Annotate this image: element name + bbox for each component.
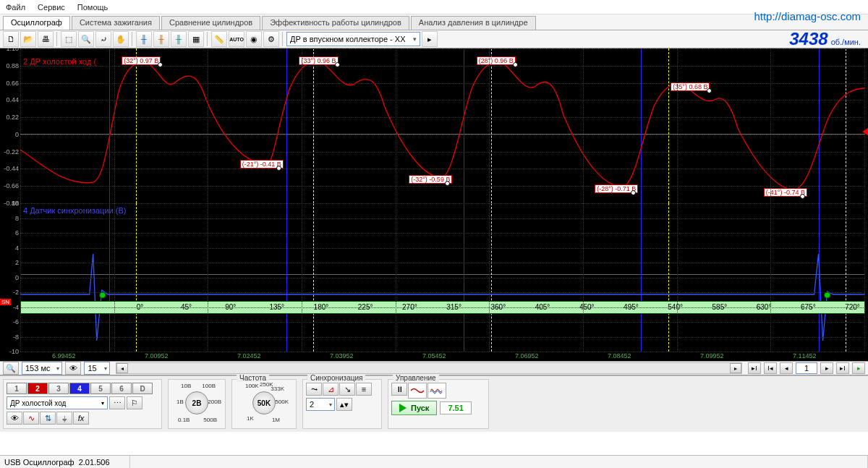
peak-label: (32°) 0.97 В xyxy=(122,56,161,65)
play-icon xyxy=(399,404,407,412)
preset-combo[interactable]: ДР в впускном коллекторе - ХХ xyxy=(286,32,420,46)
zoom-in-button[interactable]: 🔍 xyxy=(78,31,94,47)
y-tick: -0.44 xyxy=(0,165,19,172)
measure-c-button[interactable]: ╫ xyxy=(171,31,187,47)
hand-button[interactable]: ✋ xyxy=(113,31,129,47)
nav-next-button[interactable]: ▸ xyxy=(820,362,833,374)
mode-single-icon[interactable] xyxy=(408,383,427,399)
open-button[interactable] xyxy=(20,31,36,47)
y-tick: -2 xyxy=(0,289,19,296)
chart-area[interactable]: 2 ДР холостой ход ( 1.100.880.660.440.22… xyxy=(0,48,868,361)
settings-button[interactable]: ⚙ xyxy=(263,31,279,47)
sync-up-button[interactable]: ▴▾ xyxy=(336,398,352,411)
nav-first-button[interactable]: ▸I xyxy=(748,362,761,374)
scroll-left-button[interactable]: ◂ xyxy=(116,363,128,373)
fx-button[interactable]: fx xyxy=(73,412,89,425)
channel-2-label: 2 ДР холостой ход ( xyxy=(23,57,96,66)
ch6-button[interactable]: 6 xyxy=(111,383,132,394)
run-status-value: 7.51 xyxy=(440,401,471,414)
grid-button[interactable]: ▦ xyxy=(188,31,204,47)
menu-service[interactable]: Сервис xyxy=(38,3,65,12)
tab-ignition[interactable]: Система зажигания xyxy=(72,16,160,30)
horizontal-scrollbar[interactable]: ◂ ▸ xyxy=(116,362,742,374)
run-group: Управление ⏸ Пуск 7.51 xyxy=(388,379,489,429)
menu-help[interactable]: Помощь xyxy=(77,3,109,12)
plot-channel-2[interactable]: 2 ДР холостой ход ( 1.100.880.660.440.22… xyxy=(20,48,865,203)
ch4-button[interactable]: 4 xyxy=(69,383,90,394)
tab-pressure[interactable]: Анализ давления в цилиндре xyxy=(411,16,536,30)
coupling-ac-icon[interactable]: ∿ xyxy=(23,412,39,425)
measure-b-button[interactable]: ╫ xyxy=(153,31,169,47)
eye-button[interactable]: 👁 xyxy=(65,362,81,375)
sync-channel-combo[interactable]: 2 xyxy=(306,398,335,411)
ground-icon[interactable]: ⏚ xyxy=(56,412,72,425)
status-device: USB Осциллограф xyxy=(4,458,75,467)
y-tick: -0.22 xyxy=(0,148,19,156)
signal-browse-button[interactable]: ⋯ xyxy=(109,396,125,409)
ruler-button[interactable]: 📏 xyxy=(211,31,227,47)
sync-edge-rise-button[interactable]: ⊿ xyxy=(323,383,339,396)
new-button[interactable] xyxy=(3,31,19,47)
ch2-button[interactable]: 2 xyxy=(27,383,48,394)
toolbar: ⬚ 🔍 ⤾ ✋ ╫ ╫ ╫ ▦ 📏 AUTO ◉ ⚙ ДР в впускном… xyxy=(0,30,868,48)
pause-button[interactable]: ⏸ xyxy=(391,383,407,396)
nav-play-button[interactable]: ▸ xyxy=(852,362,865,374)
tab-oscilloscope[interactable]: Осциллограф xyxy=(3,16,70,30)
y-tick: 10 xyxy=(0,200,19,207)
peak-dot xyxy=(513,62,518,67)
y-tick: 0.88 xyxy=(0,62,19,69)
ch5-button[interactable]: 5 xyxy=(90,383,111,394)
status-version: 2.01.506 xyxy=(79,458,110,467)
chD-button[interactable]: D xyxy=(132,383,153,394)
timebase-combo[interactable]: 153 мс xyxy=(22,362,62,375)
print-button[interactable] xyxy=(38,31,54,47)
time-tick: 7.00952 xyxy=(145,352,169,359)
sync-title: Синхронизация xyxy=(307,374,365,382)
trigger-marker-icon[interactable] xyxy=(862,128,868,135)
svg-point-1 xyxy=(825,292,830,298)
nav-prev-fast-button[interactable]: I◂ xyxy=(764,362,777,374)
preset-apply-button[interactable]: ▸ xyxy=(422,31,438,47)
control-panel: 1 2 3 4 5 6 D ДР холостой ход ⋯ ⚐ 👁 ∿ ⇅ … xyxy=(0,375,868,432)
frame-number[interactable]: 1 xyxy=(796,362,817,374)
peak-label: (33°) 0.96 В xyxy=(299,56,338,65)
y-tick: 0.44 xyxy=(0,96,19,103)
nav-prev-button[interactable]: ◂ xyxy=(780,362,793,374)
y-tick: 0 xyxy=(0,274,19,281)
rpm-unit: об./мин. xyxy=(831,38,861,46)
signal-type-combo[interactable]: ДР холостой ход xyxy=(7,396,108,409)
sync-list-button[interactable]: ≡ xyxy=(356,383,372,396)
frequency-dial[interactable]: 100K 250K 333K 500K 1M 1K 50K xyxy=(244,383,284,423)
auto-button[interactable]: AUTO xyxy=(229,31,244,47)
channel-4-label: 4 Датчик синхронизации (В) xyxy=(23,206,126,215)
peak-dot xyxy=(158,62,163,67)
coupling-dc-icon[interactable]: ⇅ xyxy=(40,412,56,425)
zoom-region-button[interactable]: ⬚ xyxy=(61,31,77,47)
nav-next-fast-button[interactable]: ▸I xyxy=(836,362,849,374)
tab-compare-cyl[interactable]: Сравнение цилиндров xyxy=(161,16,260,30)
ch1-button[interactable]: 1 xyxy=(7,383,27,394)
zoom-time-button[interactable]: 🔍 xyxy=(3,362,19,375)
frequency-dial-value: 50K xyxy=(252,391,276,414)
website-link[interactable]: http://diamag-osc.com xyxy=(754,10,861,22)
sync-mark-button[interactable]: ◉ xyxy=(246,31,262,47)
count-combo[interactable]: 15 xyxy=(84,362,110,375)
view-toggle-icon[interactable]: 👁 xyxy=(7,412,22,425)
run-button[interactable]: Пуск xyxy=(391,401,437,415)
sync-edge-fall-button[interactable]: ↘ xyxy=(339,383,355,396)
tab-efficiency[interactable]: Эффективность работы цилиндров xyxy=(262,16,409,30)
mode-multi-icon[interactable] xyxy=(427,383,446,399)
sync-mode-a-button[interactable]: ⤳ xyxy=(306,383,322,396)
statusbar: USB Осциллограф 2.01.506 xyxy=(0,455,868,468)
ch3-button[interactable]: 3 xyxy=(48,383,69,394)
sync-marker[interactable]: SN xyxy=(0,299,11,305)
plot-channel-4[interactable]: 0°45°90°135°180°225°270°315°360°405°450°… xyxy=(20,203,865,352)
signal-opts-button[interactable]: ⚐ xyxy=(127,396,142,409)
y-tick: -6 xyxy=(0,318,19,326)
scroll-right-button[interactable]: ▸ xyxy=(730,363,741,373)
cursor-button[interactable]: ⤾ xyxy=(95,31,111,47)
menu-file[interactable]: Файл xyxy=(6,3,25,12)
measure-a-button[interactable]: ╫ xyxy=(136,31,152,47)
voltage-dial[interactable]: 10В 100В 1В 200В 0.1В 500В 2В xyxy=(176,383,217,423)
time-axis: 6.994527.009527.024527.039527.054527.069… xyxy=(0,352,868,361)
